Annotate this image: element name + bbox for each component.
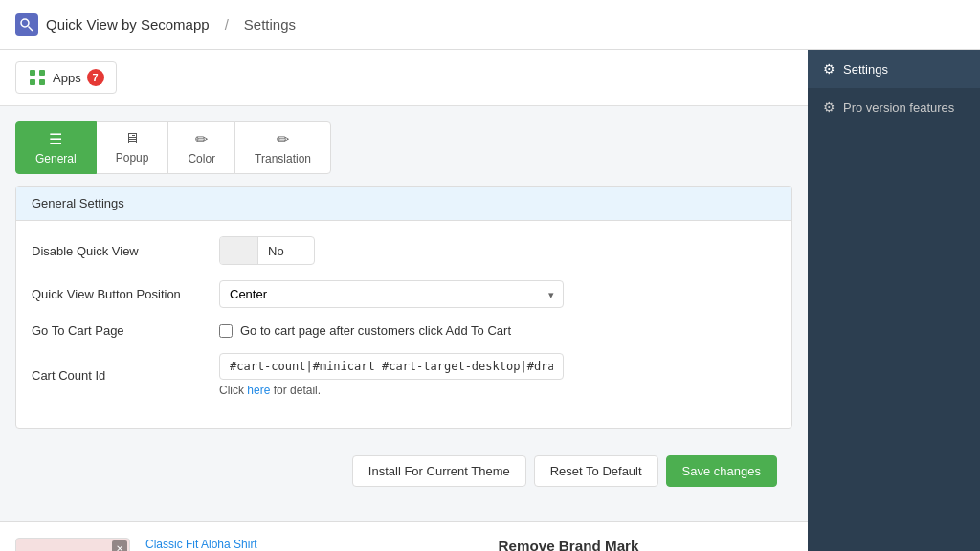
go-to-cart-control: Go to cart page after customers click Ad… xyxy=(219,323,776,338)
translation-tab-icon: ✏ xyxy=(277,130,289,148)
svg-point-0 xyxy=(21,19,29,27)
app-logo: Quick View by Secomapp / Settings xyxy=(15,13,296,36)
logo-icon xyxy=(15,13,38,36)
page-title: Settings xyxy=(244,16,296,33)
main-content: Apps 7 ☰ General 🖥 Popup ✏ Color xyxy=(0,50,808,551)
position-select[interactable]: Center Left Right Bottom Left Bottom Rig… xyxy=(219,280,564,308)
layout: Apps 7 ☰ General 🖥 Popup ✏ Color xyxy=(0,50,980,551)
apps-badge[interactable]: Apps 7 xyxy=(15,61,117,94)
breadcrumb-separator: / xyxy=(225,16,229,33)
reset-default-button[interactable]: Reset To Default xyxy=(534,455,658,487)
go-to-cart-label: Go To Cart Page xyxy=(32,323,204,338)
content-area: ☰ General 🖥 Popup ✏ Color ✏ Translation xyxy=(0,106,808,514)
install-theme-button[interactable]: Install For Current Theme xyxy=(352,455,526,487)
cart-count-input[interactable] xyxy=(219,353,564,380)
detail-link[interactable]: here xyxy=(247,384,270,397)
promo-text: Classic Fit Aloha Shirt $20.00 Lorem ips… xyxy=(145,538,425,551)
go-to-cart-checkbox-row: Go to cart page after customers click Ad… xyxy=(219,323,776,338)
app-name: Quick View by Secomapp xyxy=(46,16,210,33)
settings-gear-icon: ⚙ xyxy=(823,61,835,77)
color-tab-label: Color xyxy=(188,152,215,165)
disable-quickview-row: Disable Quick View No xyxy=(32,236,776,265)
detail-suffix: for detail. xyxy=(274,384,321,397)
apps-nav: Apps 7 xyxy=(0,50,808,106)
promo-product-name: Classic Fit Aloha Shirt xyxy=(145,538,425,551)
cart-count-row: Cart Count Id Click here for detail. xyxy=(32,353,776,397)
apps-icon xyxy=(28,68,47,87)
promo-image: ✕ 👕 xyxy=(15,538,130,551)
top-bar: Quick View by Secomapp / Settings xyxy=(0,0,980,50)
detail-link-text: Click here for detail. xyxy=(219,384,776,397)
general-tab-icon: ☰ xyxy=(49,130,62,148)
apps-count: 7 xyxy=(87,69,104,86)
cart-count-control: Click here for detail. xyxy=(219,353,776,397)
toggle-label: No xyxy=(258,240,294,262)
popup-tab-label: Popup xyxy=(116,151,149,165)
general-tab-label: General xyxy=(35,152,77,165)
sidebar-item-pro[interactable]: ⚙ Pro version features xyxy=(808,88,980,126)
promo-info: Remove Brand Mark Remove Secomapp Brand … xyxy=(498,538,792,551)
tabs-container: ☰ General 🖥 Popup ✏ Color ✏ Translation xyxy=(15,121,792,174)
disable-quickview-label: Disable Quick View xyxy=(32,244,204,258)
sidebar-pro-label: Pro version features xyxy=(843,100,954,115)
action-buttons: Install For Current Theme Reset To Defau… xyxy=(15,444,792,498)
color-tab-icon: ✏ xyxy=(195,130,208,148)
panel-body: Disable Quick View No Quick View Button … xyxy=(16,221,791,428)
cart-count-label: Cart Count Id xyxy=(32,368,204,383)
svg-rect-2 xyxy=(30,70,35,76)
svg-rect-5 xyxy=(39,79,45,85)
sidebar: ⚙ Settings ⚙ Pro version features xyxy=(808,50,980,551)
apps-label: Apps xyxy=(53,71,81,85)
tab-general[interactable]: ☰ General xyxy=(15,121,97,174)
disable-quickview-control: No xyxy=(219,236,776,265)
section-title: General Settings xyxy=(32,196,124,210)
svg-rect-4 xyxy=(30,79,35,85)
pro-gear-icon: ⚙ xyxy=(823,99,835,115)
go-to-cart-checkbox-label: Go to cart page after customers click Ad… xyxy=(240,323,511,338)
tab-color[interactable]: ✏ Color xyxy=(167,121,235,174)
tab-translation[interactable]: ✏ Translation xyxy=(234,121,331,174)
svg-line-1 xyxy=(29,26,33,31)
button-position-row: Quick View Button Position Center Left R… xyxy=(32,280,776,308)
promo-title: Remove Brand Mark xyxy=(498,538,792,551)
go-to-cart-row: Go To Cart Page Go to cart page after cu… xyxy=(32,323,776,338)
detail-prefix: Click xyxy=(219,384,244,397)
toggle-group[interactable]: No xyxy=(219,236,315,265)
go-to-cart-checkbox[interactable] xyxy=(219,324,233,338)
tab-popup[interactable]: 🖥 Popup xyxy=(96,121,169,174)
button-position-label: Quick View Button Position xyxy=(32,287,204,301)
promo-close-button[interactable]: ✕ xyxy=(112,540,127,551)
sidebar-item-settings[interactable]: ⚙ Settings xyxy=(808,50,980,88)
sidebar-settings-label: Settings xyxy=(843,62,888,77)
toggle-switch[interactable] xyxy=(220,237,258,264)
save-changes-button[interactable]: Save changes xyxy=(666,455,777,487)
settings-panel: General Settings Disable Quick View No xyxy=(15,186,792,429)
position-select-wrapper: Center Left Right Bottom Left Bottom Rig… xyxy=(219,280,564,308)
translation-tab-label: Translation xyxy=(255,152,311,165)
svg-rect-3 xyxy=(39,70,45,76)
panel-header: General Settings xyxy=(16,187,791,221)
promo-section: ✕ 👕 Classic Fit Aloha Shirt $20.00 Lorem… xyxy=(0,521,808,551)
button-position-control: Center Left Right Bottom Left Bottom Rig… xyxy=(219,280,776,308)
popup-tab-icon: 🖥 xyxy=(124,130,140,147)
